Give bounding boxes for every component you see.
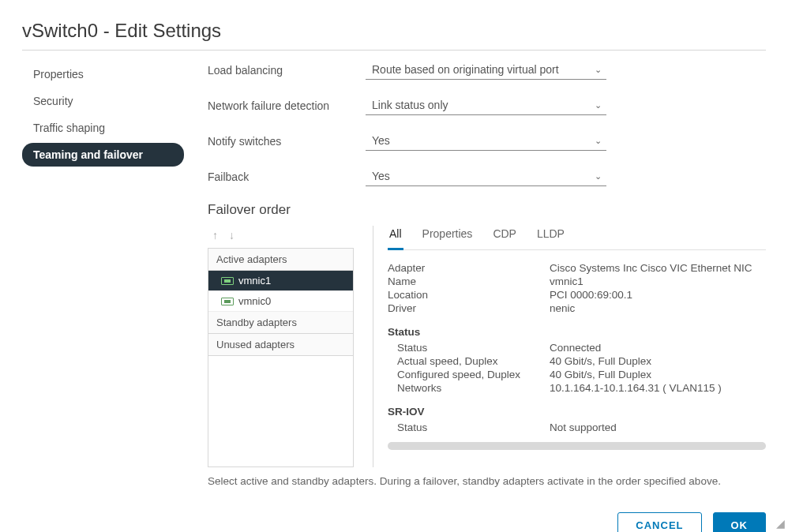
tab-all[interactable]: All — [388, 226, 403, 250]
dialog-title: vSwitch0 - Edit Settings — [22, 20, 766, 42]
detail-key: Name — [388, 275, 550, 287]
detail-value: Not supported — [550, 421, 763, 433]
detail-key: Status — [388, 421, 550, 433]
adapter-list-blank — [208, 356, 353, 466]
detail-value: PCI 0000:69:00.1 — [550, 289, 763, 301]
ok-button[interactable]: OK — [713, 512, 767, 532]
adapter-list: Active adapters vmnic1 vmnic0 Standby ad… — [208, 248, 354, 467]
failback-select[interactable]: Yes ⌄ — [366, 167, 606, 186]
separator — [22, 50, 766, 51]
detail-value: nenic — [550, 302, 763, 314]
failback-label: Failback — [208, 170, 366, 183]
nic-icon — [221, 277, 234, 285]
sriov-heading: SR-IOV — [388, 406, 763, 418]
detail-value: vmnic1 — [550, 275, 763, 287]
cancel-button[interactable]: CANCEL — [617, 512, 701, 532]
dialog-footer: CANCEL OK — [208, 512, 766, 532]
unused-adapters-group: Unused adapters — [208, 334, 353, 356]
detail-value: Cisco Systems Inc Cisco VIC Ethernet NIC — [550, 262, 763, 274]
detail-key: Driver — [388, 302, 550, 314]
failure-detection-label: Network failure detection — [208, 99, 366, 112]
status-heading: Status — [388, 326, 763, 338]
failure-detection-select[interactable]: Link status only ⌄ — [366, 96, 606, 115]
notify-switches-label: Notify switches — [208, 135, 366, 148]
detail-key: Networks — [388, 382, 550, 394]
failure-detection-value: Link status only — [372, 99, 448, 111]
horizontal-scrollbar[interactable] — [388, 442, 766, 450]
adapter-row-vmnic0[interactable]: vmnic0 — [208, 291, 353, 312]
notify-switches-select[interactable]: Yes ⌄ — [366, 131, 606, 151]
chevron-down-icon: ⌄ — [595, 136, 602, 146]
detail-key: Adapter — [388, 262, 550, 274]
detail-key: Status — [388, 342, 550, 354]
load-balancing-label: Load balancing — [208, 64, 366, 77]
tab-properties[interactable]: Properties — [421, 226, 475, 249]
adapter-row-vmnic1[interactable]: vmnic1 — [208, 271, 353, 291]
move-up-button[interactable]: ↑ — [212, 229, 218, 242]
load-balancing-select[interactable]: Route based on originating virtual port … — [366, 60, 606, 80]
standby-adapters-group: Standby adapters — [208, 312, 353, 334]
tab-cdp[interactable]: CDP — [491, 226, 518, 249]
detail-value: Connected — [550, 342, 763, 354]
tab-lldp[interactable]: LLDP — [535, 226, 566, 249]
detail-value: 40 Gbit/s, Full Duplex — [550, 369, 763, 380]
chevron-down-icon: ⌄ — [595, 65, 602, 75]
failover-helper-text: Select active and standby adapters. Duri… — [208, 475, 766, 487]
resize-grip-icon[interactable]: ◢ — [776, 518, 785, 529]
sidebar-item-properties[interactable]: Properties — [22, 62, 184, 86]
failback-value: Yes — [372, 170, 390, 182]
settings-sidebar: Properties Security Traffic shaping Team… — [22, 58, 184, 532]
detail-scroll-region[interactable]: AdapterCisco Systems Inc Cisco VIC Ether… — [388, 261, 766, 434]
detail-tabs: All Properties CDP LLDP — [388, 226, 766, 250]
chevron-down-icon: ⌄ — [595, 100, 602, 111]
detail-value: 10.1.164.1-10.1.164.31 ( VLAN115 ) — [550, 382, 763, 394]
active-adapters-group: Active adapters — [208, 249, 353, 271]
sidebar-item-teaming-failover[interactable]: Teaming and failover — [22, 143, 184, 167]
nic-icon — [221, 298, 234, 305]
main-panel: Load balancing Route based on originatin… — [208, 58, 766, 532]
reorder-toolbar: ↑ ↓ — [208, 226, 354, 248]
sidebar-item-traffic-shaping[interactable]: Traffic shaping — [22, 116, 184, 140]
detail-key: Configured speed, Duplex — [388, 369, 550, 380]
adapter-detail-panel: All Properties CDP LLDP AdapterCisco Sys… — [373, 226, 766, 467]
failover-order-heading: Failover order — [208, 202, 766, 218]
detail-key: Location — [388, 289, 550, 301]
detail-value: 40 Gbit/s, Full Duplex — [550, 355, 763, 367]
adapter-label: vmnic0 — [238, 295, 271, 307]
notify-switches-value: Yes — [372, 134, 390, 147]
adapter-label: vmnic1 — [238, 275, 271, 287]
load-balancing-value: Route based on originating virtual port — [372, 63, 559, 76]
sidebar-item-security[interactable]: Security — [22, 89, 184, 113]
chevron-down-icon: ⌄ — [595, 171, 602, 182]
move-down-button[interactable]: ↓ — [229, 229, 235, 242]
detail-key: Actual speed, Duplex — [388, 355, 550, 367]
